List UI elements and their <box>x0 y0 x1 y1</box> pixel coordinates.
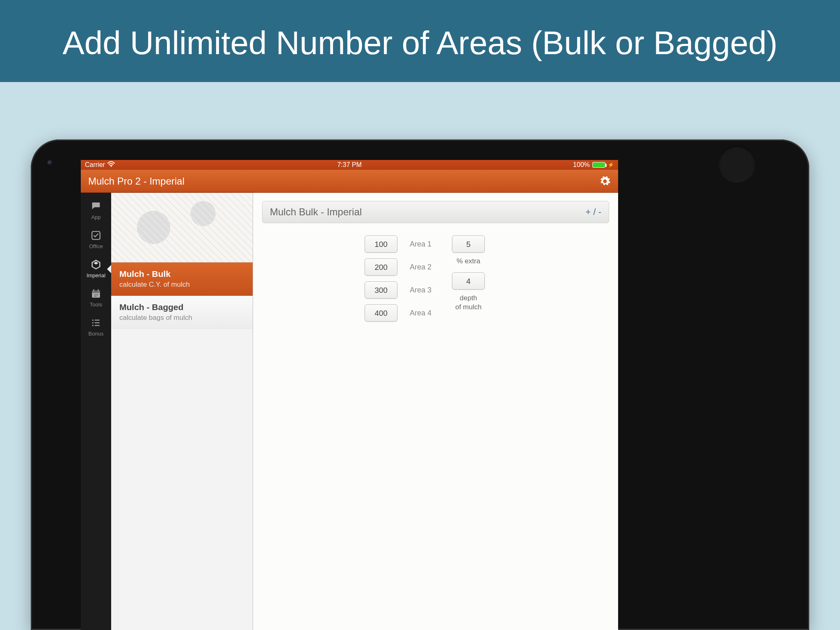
form-area: 100 Area 1 200 Area 2 300 Area 3 400 Are… <box>262 235 609 322</box>
svg-point-11 <box>92 322 94 323</box>
sidebar-item-label: Office <box>89 243 103 249</box>
sidebar-item-office[interactable]: Office <box>81 225 111 254</box>
svg-point-0 <box>111 166 112 167</box>
svg-rect-1 <box>94 204 98 205</box>
svg-rect-12 <box>95 322 100 323</box>
svg-rect-5 <box>92 290 100 292</box>
area-row-2: 200 Area 2 <box>365 258 431 276</box>
status-bar: Carrier 7:37 PM 100% ⚡ <box>81 160 618 170</box>
depth-input[interactable]: 4 <box>452 272 485 290</box>
menu-item-sub: calculate C.Y. of mulch <box>119 281 244 289</box>
gear-icon[interactable] <box>599 176 611 187</box>
extra-input[interactable]: 5 <box>452 235 485 253</box>
menu-item-bagged[interactable]: Mulch - Bagged calculate bags of mulch <box>111 296 253 329</box>
svg-text:17: 17 <box>94 293 98 297</box>
svg-point-9 <box>92 320 94 321</box>
svg-rect-6 <box>94 289 94 291</box>
svg-rect-7 <box>98 289 98 291</box>
plan-thumbnail <box>111 193 253 262</box>
charging-icon: ⚡ <box>608 162 614 168</box>
area-label-3: Area 3 <box>410 286 431 294</box>
app-screen: Carrier 7:37 PM 100% ⚡ Mulch Pro 2 - Imp… <box>81 160 618 630</box>
checkbox-icon <box>90 229 102 242</box>
area-input-4[interactable]: 400 <box>365 304 397 322</box>
area-row-3: 300 Area 3 <box>365 281 431 299</box>
area-label-2: Area 2 <box>410 263 431 272</box>
sidebar-item-bonus[interactable]: Bonus <box>81 313 111 342</box>
area-row-1: 100 Area 1 <box>365 235 431 253</box>
depth-label: depth of mulch <box>455 294 482 312</box>
add-remove-button[interactable]: + / - <box>585 207 601 217</box>
sidebar-item-label: Tools <box>90 301 102 308</box>
area-input-2[interactable]: 200 <box>365 258 397 276</box>
extra-label: % extra <box>457 257 480 266</box>
svg-rect-14 <box>95 325 100 326</box>
area-label-4: Area 4 <box>410 309 431 317</box>
detail-panel: Mulch Bulk - Imperial + / - 100 Area 1 2… <box>253 193 618 630</box>
area-row-4: 400 Area 4 <box>365 304 431 322</box>
settings-column: 5 % extra 4 depth of mulch <box>452 235 485 322</box>
menu-item-title: Mulch - Bulk <box>119 269 244 279</box>
sidebar-item-tools[interactable]: 17 Tools <box>81 283 111 313</box>
status-time: 7:37 PM <box>261 161 438 169</box>
cube-icon <box>90 258 102 271</box>
ipad-home-button[interactable] <box>719 146 756 183</box>
page-title: Mulch Pro 2 - Imperial <box>88 176 599 187</box>
detail-header: Mulch Bulk - Imperial + / - <box>262 201 609 223</box>
wifi-icon <box>107 161 115 169</box>
sidebar-item-label: Imperial <box>87 272 105 278</box>
area-input-1[interactable]: 100 <box>365 235 397 253</box>
sidebar-item-imperial[interactable]: Imperial <box>81 254 111 283</box>
area-inputs-column: 100 Area 1 200 Area 2 300 Area 3 400 Are… <box>365 235 431 322</box>
sidebar-item-label: Bonus <box>89 331 104 337</box>
sidebar-item-label: App <box>91 214 100 220</box>
detail-title: Mulch Bulk - Imperial <box>270 206 585 218</box>
menu-item-title: Mulch - Bagged <box>119 302 244 312</box>
area-label-1: Area 1 <box>410 240 431 249</box>
svg-rect-2 <box>94 205 97 206</box>
sidebar-item-app[interactable]: App <box>81 196 111 225</box>
nav-bar: Mulch Pro 2 - Imperial <box>81 170 618 193</box>
list-icon <box>90 317 102 329</box>
battery-percent: 100% <box>573 161 590 169</box>
chat-icon <box>90 200 102 212</box>
menu-item-bulk[interactable]: Mulch - Bulk calculate C.Y. of mulch <box>111 262 253 296</box>
battery-icon <box>592 162 605 168</box>
sidebar: App Office Imperial 17 Tools Bonus <box>81 193 111 630</box>
area-input-3[interactable]: 300 <box>365 281 397 299</box>
menu-panel: Mulch - Bulk calculate C.Y. of mulch Mul… <box>111 193 253 630</box>
svg-point-13 <box>92 325 94 326</box>
calendar-icon: 17 <box>90 288 102 300</box>
menu-item-sub: calculate bags of mulch <box>119 314 244 322</box>
svg-rect-10 <box>95 320 100 320</box>
ipad-camera <box>47 160 53 166</box>
promo-headline: Add Unlimited Number of Areas (Bulk or B… <box>0 23 840 64</box>
carrier-label: Carrier <box>85 161 105 169</box>
